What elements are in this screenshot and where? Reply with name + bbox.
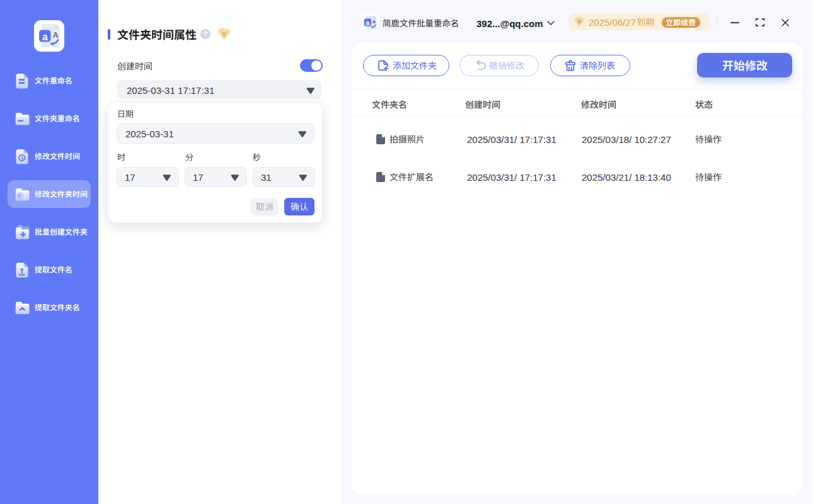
svg-text:V: V [577,18,582,25]
svg-text:V: V [222,31,226,37]
svg-text:a: a [366,20,370,26]
svg-text:?: ? [204,30,207,38]
svg-text:A: A [53,31,59,40]
svg-text:a: a [42,32,48,42]
svg-text:A: A [372,19,376,25]
